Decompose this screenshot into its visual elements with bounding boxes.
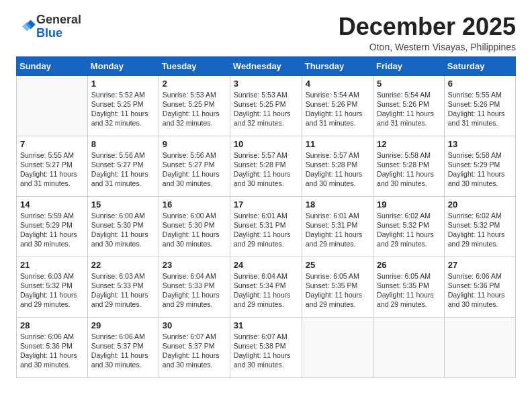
calendar-day-cell: 4Sunrise: 5:54 AM Sunset: 5:26 PM Daylig… [302,75,373,136]
day-number: 7 [20,139,84,149]
calendar-day-cell: 8Sunrise: 5:56 AM Sunset: 5:27 PM Daylig… [87,136,159,196]
day-number: 28 [20,320,84,330]
day-info: Sunrise: 6:03 AM Sunset: 5:32 PM Dayligh… [20,271,84,310]
calendar-day-cell: 27Sunrise: 6:06 AM Sunset: 5:36 PM Dayli… [444,257,515,317]
calendar-day-cell: 18Sunrise: 6:01 AM Sunset: 5:31 PM Dayli… [302,196,373,257]
calendar-day-cell: 23Sunrise: 6:04 AM Sunset: 5:33 PM Dayli… [159,257,230,317]
calendar-day-cell: 6Sunrise: 5:55 AM Sunset: 5:26 PM Daylig… [444,75,515,136]
weekday-header: Friday [373,56,445,75]
day-number: 14 [20,199,84,210]
calendar-week-row: 1Sunrise: 5:52 AM Sunset: 5:25 PM Daylig… [17,75,516,136]
day-info: Sunrise: 6:05 AM Sunset: 5:35 PM Dayligh… [306,271,369,310]
calendar-day-cell: 30Sunrise: 6:07 AM Sunset: 5:37 PM Dayli… [159,317,230,377]
calendar-day-cell: 11Sunrise: 5:57 AM Sunset: 5:28 PM Dayli… [302,136,373,196]
weekday-header: Monday [87,56,159,75]
day-info: Sunrise: 6:06 AM Sunset: 5:36 PM Dayligh… [20,332,84,370]
day-info: Sunrise: 5:55 AM Sunset: 5:27 PM Dayligh… [20,150,84,189]
day-info: Sunrise: 5:58 AM Sunset: 5:29 PM Dayligh… [448,150,512,189]
day-number: 22 [91,260,155,270]
day-info: Sunrise: 6:06 AM Sunset: 5:36 PM Dayligh… [448,271,512,310]
title-area: December 2025 Oton, Western Visayas, Phi… [339,13,516,52]
day-info: Sunrise: 6:02 AM Sunset: 5:32 PM Dayligh… [448,211,512,249]
day-info: Sunrise: 6:01 AM Sunset: 5:31 PM Dayligh… [306,211,369,249]
calendar-day-cell: 10Sunrise: 5:57 AM Sunset: 5:28 PM Dayli… [230,136,302,196]
calendar-day-cell: 31Sunrise: 6:07 AM Sunset: 5:38 PM Dayli… [230,317,302,377]
calendar-day-cell: 22Sunrise: 6:03 AM Sunset: 5:33 PM Dayli… [87,257,159,317]
month-title: December 2025 [339,13,516,40]
calendar-table: SundayMondayTuesdayWednesdayThursdayFrid… [16,56,516,378]
day-info: Sunrise: 5:54 AM Sunset: 5:26 PM Dayligh… [306,90,369,128]
day-number: 2 [163,79,226,89]
day-number: 9 [163,139,226,149]
calendar-day-cell: 25Sunrise: 6:05 AM Sunset: 5:35 PM Dayli… [302,257,373,317]
calendar-day-cell [17,75,88,136]
calendar-header-row: SundayMondayTuesdayWednesdayThursdayFrid… [17,56,516,75]
day-number: 1 [91,79,155,89]
day-number: 8 [91,139,155,149]
day-info: Sunrise: 5:53 AM Sunset: 5:25 PM Dayligh… [163,90,226,128]
logo-blue: Blue [36,26,62,40]
calendar-day-cell: 9Sunrise: 5:56 AM Sunset: 5:27 PM Daylig… [159,136,230,196]
day-info: Sunrise: 5:57 AM Sunset: 5:28 PM Dayligh… [306,150,369,189]
calendar-day-cell: 13Sunrise: 5:58 AM Sunset: 5:29 PM Dayli… [444,136,515,196]
calendar-day-cell: 26Sunrise: 6:05 AM Sunset: 5:35 PM Dayli… [373,257,445,317]
day-info: Sunrise: 6:01 AM Sunset: 5:31 PM Dayligh… [234,211,298,249]
day-info: Sunrise: 6:00 AM Sunset: 5:30 PM Dayligh… [91,211,155,249]
day-number: 20 [448,199,512,210]
day-number: 15 [91,199,155,210]
day-number: 11 [306,139,369,149]
day-info: Sunrise: 6:00 AM Sunset: 5:30 PM Dayligh… [163,211,226,249]
calendar-day-cell: 12Sunrise: 5:58 AM Sunset: 5:28 PM Dayli… [373,136,445,196]
day-number: 13 [448,139,512,149]
calendar-day-cell: 7Sunrise: 5:55 AM Sunset: 5:27 PM Daylig… [17,136,88,196]
location-subtitle: Oton, Western Visayas, Philippines [339,42,516,52]
day-info: Sunrise: 5:55 AM Sunset: 5:26 PM Dayligh… [448,90,512,128]
day-number: 23 [163,260,226,270]
day-number: 17 [234,199,298,210]
calendar-day-cell: 16Sunrise: 6:00 AM Sunset: 5:30 PM Dayli… [159,196,230,257]
day-info: Sunrise: 6:07 AM Sunset: 5:37 PM Dayligh… [163,332,226,370]
day-number: 25 [306,260,369,270]
weekday-header: Saturday [444,56,515,75]
day-info: Sunrise: 6:07 AM Sunset: 5:38 PM Dayligh… [234,332,298,370]
day-number: 29 [91,320,155,330]
weekday-header: Thursday [302,56,373,75]
day-info: Sunrise: 5:52 AM Sunset: 5:25 PM Dayligh… [91,90,155,128]
logo: General Blue [16,13,81,40]
calendar-day-cell: 14Sunrise: 5:59 AM Sunset: 5:29 PM Dayli… [17,196,88,257]
calendar-week-row: 14Sunrise: 5:59 AM Sunset: 5:29 PM Dayli… [17,196,516,257]
day-info: Sunrise: 5:57 AM Sunset: 5:28 PM Dayligh… [234,150,298,189]
day-info: Sunrise: 6:04 AM Sunset: 5:34 PM Dayligh… [234,271,298,310]
day-info: Sunrise: 5:59 AM Sunset: 5:29 PM Dayligh… [20,211,84,249]
calendar-day-cell: 29Sunrise: 6:06 AM Sunset: 5:37 PM Dayli… [87,317,159,377]
day-number: 12 [377,139,441,149]
day-info: Sunrise: 6:06 AM Sunset: 5:37 PM Dayligh… [91,332,155,370]
day-number: 30 [163,320,226,330]
day-number: 18 [306,199,369,210]
day-number: 21 [20,260,84,270]
day-number: 6 [448,79,512,89]
calendar-day-cell: 15Sunrise: 6:00 AM Sunset: 5:30 PM Dayli… [87,196,159,257]
calendar-week-row: 7Sunrise: 5:55 AM Sunset: 5:27 PM Daylig… [17,136,516,196]
day-info: Sunrise: 6:04 AM Sunset: 5:33 PM Dayligh… [163,271,226,310]
weekday-header: Wednesday [230,56,302,75]
day-number: 5 [377,79,441,89]
calendar-day-cell: 1Sunrise: 5:52 AM Sunset: 5:25 PM Daylig… [87,75,159,136]
calendar-day-cell: 24Sunrise: 6:04 AM Sunset: 5:34 PM Dayli… [230,257,302,317]
calendar-day-cell: 17Sunrise: 6:01 AM Sunset: 5:31 PM Dayli… [230,196,302,257]
day-info: Sunrise: 5:56 AM Sunset: 5:27 PM Dayligh… [91,150,155,189]
day-info: Sunrise: 5:53 AM Sunset: 5:25 PM Dayligh… [234,90,298,128]
calendar-day-cell: 3Sunrise: 5:53 AM Sunset: 5:25 PM Daylig… [230,75,302,136]
calendar-day-cell: 19Sunrise: 6:02 AM Sunset: 5:32 PM Dayli… [373,196,445,257]
logo-icon [17,16,36,35]
day-number: 16 [163,199,226,210]
day-info: Sunrise: 6:05 AM Sunset: 5:35 PM Dayligh… [377,271,441,310]
logo-text: General Blue [36,13,81,40]
page-header: General Blue December 2025 Oton, Western… [16,13,516,52]
calendar-day-cell: 20Sunrise: 6:02 AM Sunset: 5:32 PM Dayli… [444,196,515,257]
calendar-day-cell [444,317,515,377]
calendar-day-cell: 5Sunrise: 5:54 AM Sunset: 5:26 PM Daylig… [373,75,445,136]
day-number: 3 [234,79,298,89]
day-number: 19 [377,199,441,210]
calendar-day-cell: 21Sunrise: 6:03 AM Sunset: 5:32 PM Dayli… [17,257,88,317]
